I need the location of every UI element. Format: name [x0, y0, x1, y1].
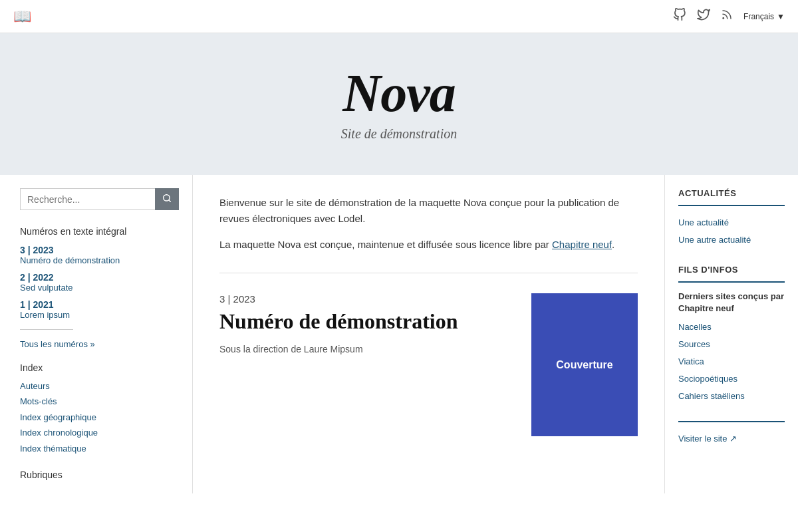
- site-subtitle: Site de démonstration: [13, 126, 785, 142]
- issue-item: 3 | 2023 Numéro de démonstration: [20, 245, 179, 265]
- right-sidebar: ACTUALITÉS Une actualité Une autre actua…: [665, 175, 798, 493]
- nav-logo-area: 📖: [13, 8, 31, 25]
- github-icon[interactable]: [673, 8, 686, 25]
- nav-right-area: Français ▼: [673, 8, 785, 25]
- fils-infos-section: FILS D'INFOS Derniers sites conçus par C…: [678, 265, 785, 405]
- welcome-paragraph-2: La maquette Nova est conçue, maintenue e…: [219, 237, 638, 253]
- featured-issue-card: 3 | 2023 Numéro de démonstration Sous la…: [219, 293, 638, 436]
- twitter-icon[interactable]: [697, 8, 710, 25]
- language-selector[interactable]: Français ▼: [743, 12, 785, 21]
- content-divider: [219, 273, 638, 273]
- issue-item: 1 | 2021 Lorem ipsum: [20, 299, 179, 320]
- issue-card-text: 3 | 2023 Numéro de démonstration Sous la…: [219, 293, 511, 354]
- hero-section: Nova Site de démonstration: [0, 33, 798, 175]
- sources-link[interactable]: Sources: [678, 336, 785, 353]
- visiter-divider: [678, 421, 785, 422]
- issue-cover-image[interactable]: Couverture: [531, 293, 638, 436]
- chapitre-neuf-link[interactable]: Chapitre neuf: [552, 239, 612, 250]
- nacelles-link[interactable]: Nacelles: [678, 319, 785, 336]
- all-issues-link[interactable]: Tous les numéros »: [20, 339, 179, 349]
- visiter-site-link[interactable]: Visiter le site ↗: [678, 430, 785, 448]
- language-arrow: ▼: [777, 12, 785, 21]
- actualites-divider: [678, 205, 785, 206]
- issue-3-2023-link[interactable]: 3 | 2023: [20, 245, 179, 255]
- index-geographique-link[interactable]: Index géographique: [20, 410, 179, 425]
- search-input[interactable]: [20, 188, 155, 210]
- viatica-link[interactable]: Viatica: [678, 353, 785, 370]
- issues-section-title: Numéros en texte intégral: [20, 226, 179, 237]
- index-title: Index: [20, 362, 179, 373]
- featured-issue-number: 3 | 2023: [219, 293, 511, 305]
- main-layout: Numéros en texte intégral 3 | 2023 Numér…: [0, 175, 798, 493]
- site-title: Nova: [13, 66, 785, 120]
- fils-infos-title: FILS D'INFOS: [678, 265, 785, 275]
- actualites-section: ACTUALITÉS Une actualité Une autre actua…: [678, 188, 785, 249]
- cahiers-staeliens-link[interactable]: Cahiers staëliens: [678, 388, 785, 405]
- une-autre-actualite-link[interactable]: Une autre actualité: [678, 231, 785, 249]
- mots-cles-link[interactable]: Mots-clés: [20, 394, 179, 409]
- featured-issue-title: Numéro de démonstration: [219, 309, 511, 334]
- fils-infos-bold: Derniers sites conçus par Chapitre neuf: [678, 291, 785, 315]
- issue-cover-label: Couverture: [556, 359, 612, 371]
- issue-2-2022-subtitle[interactable]: Sed vulputate: [20, 283, 179, 293]
- issue-1-2021-link[interactable]: 1 | 2021: [20, 299, 179, 310]
- fils-infos-divider: [678, 281, 785, 283]
- sociopoetiques-link[interactable]: Sociopoétiques: [678, 370, 785, 388]
- une-actualite-link[interactable]: Une actualité: [678, 214, 785, 231]
- welcome-text-before: La maquette Nova est conçue, maintenue e…: [219, 239, 552, 250]
- top-navigation: 📖 Français ▼: [0, 0, 798, 33]
- rubriques-title: Rubriques: [20, 469, 179, 480]
- index-chronologique-link[interactable]: Index chronologique: [20, 425, 179, 440]
- book-icon[interactable]: 📖: [13, 8, 31, 25]
- language-label: Français: [743, 12, 774, 21]
- issue-3-2023-subtitle[interactable]: Numéro de démonstration: [20, 255, 179, 265]
- featured-issue-director: Sous la direction de Laure Mipsum: [219, 344, 511, 354]
- auteurs-link[interactable]: Auteurs: [20, 378, 179, 394]
- issue-2-2022-link[interactable]: 2 | 2022: [20, 272, 179, 283]
- main-content: Bienvenue sur le site de démonstration d…: [193, 175, 665, 493]
- issue-item: 2 | 2022 Sed vulputate: [20, 272, 179, 293]
- welcome-paragraph-1: Bienvenue sur le site de démonstration d…: [219, 195, 638, 227]
- sidebar-divider: [20, 329, 73, 330]
- svg-line-2: [169, 200, 171, 202]
- actualites-title: ACTUALITÉS: [678, 188, 785, 198]
- issue-1-2021-subtitle[interactable]: Lorem ipsum: [20, 310, 179, 320]
- search-row: [20, 188, 179, 210]
- search-button[interactable]: [155, 188, 179, 210]
- index-thematique-link[interactable]: Index thématique: [20, 441, 179, 456]
- rss-icon[interactable]: [721, 9, 733, 24]
- welcome-text-after: .: [612, 239, 614, 250]
- left-sidebar: Numéros en texte intégral 3 | 2023 Numér…: [0, 175, 193, 493]
- svg-point-0: [723, 18, 724, 19]
